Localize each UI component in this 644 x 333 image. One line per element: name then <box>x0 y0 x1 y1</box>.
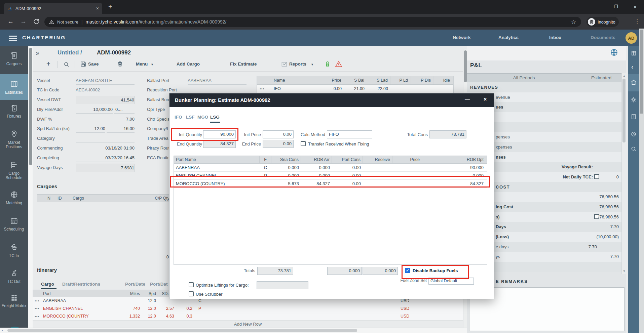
cell-f[interactable]: C <box>260 164 271 171</box>
reports-button[interactable]: Reports <box>289 61 306 67</box>
col-id[interactable]: ID <box>55 195 71 202</box>
cell-s-lad[interactable]: 22.00 <box>367 85 391 93</box>
lock-status-icon[interactable] <box>324 60 331 68</box>
cell-receive[interactable] <box>363 164 392 171</box>
fuel-grid-row-ifo[interactable]: ••• IFO 0.00 21.00 22.00 <box>257 85 453 93</box>
window-minimize-button[interactable]: — <box>595 4 599 9</box>
modal-header[interactable]: Bunker Planning: Estimate ADM-000992 — × <box>169 93 494 107</box>
row-handle[interactable]: ••• <box>257 85 271 93</box>
settings-gear-icon[interactable] <box>631 97 637 103</box>
col-all-periods[interactable]: All Periods <box>467 74 581 82</box>
col-price[interactable]: Price <box>392 156 422 163</box>
window-scrollbar[interactable] <box>639 29 644 333</box>
save-button[interactable]: Save <box>88 61 99 67</box>
col-rob-dpt[interactable]: ROB Dpt <box>422 156 486 163</box>
cell-spd[interactable]: 12.0 <box>142 313 158 320</box>
sidebar-item-matching[interactable]: Matching <box>0 190 28 205</box>
dwf-input[interactable]: 7.00 <box>76 115 135 123</box>
fix-estimate-button[interactable]: Fix Estimate <box>230 61 257 67</box>
modal-tab-mgo[interactable]: MGO <box>197 115 208 120</box>
row-handle[interactable]: ••• <box>33 313 41 320</box>
transfer-received-checkbox[interactable] <box>301 141 306 146</box>
new-tab-button[interactable]: + <box>108 3 112 11</box>
completing-input[interactable]: 03/23/20 16:45 <box>76 154 135 162</box>
col-s-bal[interactable]: S Bal <box>344 76 367 84</box>
nav-network[interactable]: Network <box>442 35 482 40</box>
col-cargo[interactable]: Cargo <box>71 195 145 202</box>
browser-menu-icon[interactable]: ⋮ <box>634 18 640 25</box>
col-spd[interactable]: Spd <box>142 290 158 297</box>
init-price-input[interactable]: 0.00 <box>263 130 294 138</box>
sidebar-item-scheduling[interactable]: Scheduling <box>0 216 28 232</box>
col-cp-qty[interactable]: C/P Qty <box>145 195 172 202</box>
horizontal-scrollbar[interactable]: ‹ <box>0 328 467 333</box>
col-price[interactable]: Price <box>314 76 344 84</box>
cell-port[interactable]: MOROCCO (COUNTRY <box>41 313 108 320</box>
sidebar-item-freight-matrix[interactable]: Freight Matrix <box>0 293 28 308</box>
sidebar-item-cargoes[interactable]: Cargoes <box>0 51 28 66</box>
forward-icon[interactable]: → <box>20 18 27 25</box>
modal-tab-ifo[interactable]: IFO <box>175 115 182 120</box>
col-p-dis[interactable]: P Dis <box>411 76 434 84</box>
cell-port[interactable]: ENGLISH CHANNEL <box>41 305 108 312</box>
col-idle[interactable]: Idle <box>434 76 453 84</box>
user-avatar[interactable]: AD <box>626 32 637 44</box>
bunker-row-aabenraa[interactable]: AABENRAA C 0.000 0.000 0.00 90.000 <box>174 164 487 172</box>
search-icon[interactable] <box>63 61 70 68</box>
validation-warning-icon[interactable] <box>335 60 342 68</box>
reload-icon[interactable] <box>33 18 40 25</box>
sidebar-item-tc-in[interactable]: TC In <box>0 243 28 258</box>
col-rob-arr[interactable]: ROB Arr <box>301 156 332 163</box>
window-close-button[interactable]: × <box>634 4 637 10</box>
vessel-input[interactable]: AEGEAN CASTLE <box>76 77 135 85</box>
globe-icon[interactable] <box>610 48 618 56</box>
col-s-lad[interactable]: S Lad <box>367 76 391 84</box>
modal-tab-lsf[interactable]: LSF <box>186 115 195 120</box>
menu-button[interactable]: Menu <box>136 61 148 67</box>
dly-hire-input[interactable]: 10,000.00 <box>76 106 113 114</box>
sidebar-item-cargo-schedule[interactable]: Cargo Schedule <box>0 161 28 180</box>
rail-item-home[interactable] <box>628 74 639 91</box>
tab-draft-restrictions[interactable]: Draft/Restrictions <box>62 282 100 287</box>
cell-name[interactable]: IFO <box>271 85 314 93</box>
grid-view-icon[interactable] <box>631 50 637 56</box>
cell-f[interactable] <box>194 313 204 320</box>
row-handle[interactable]: ••• <box>33 297 41 304</box>
modal-close-icon[interactable]: × <box>484 96 487 102</box>
tab-cargo[interactable]: Cargo <box>41 282 54 287</box>
delete-trash-icon[interactable] <box>117 61 123 67</box>
cell-sdays[interactable]: 4.63 <box>158 313 176 320</box>
col-f[interactable]: F <box>260 156 271 163</box>
optimize-cargo-input[interactable] <box>257 281 308 289</box>
collapse-rail-chevron-icon[interactable]: ‹ <box>631 63 633 71</box>
col-port-name[interactable]: Port Name <box>174 156 260 163</box>
modal-minimize-icon[interactable]: — <box>465 96 470 102</box>
save-icon[interactable] <box>80 61 86 67</box>
cell-miles[interactable] <box>108 297 142 304</box>
nav-analytics[interactable]: Analytics <box>488 35 529 40</box>
cell-port[interactable]: AABENRAA <box>41 297 108 304</box>
cell-miles[interactable]: 740 <box>108 305 142 312</box>
sidebar-item-fixtures[interactable]: Fixtures <box>0 103 28 119</box>
bookmark-star-icon[interactable]: ☆ <box>571 18 576 26</box>
cell-spd[interactable]: 12.0 <box>142 305 158 312</box>
collapse-panel-icon[interactable]: » <box>36 49 39 57</box>
cell-currency[interactable]: USD <box>399 313 411 320</box>
tc-in-code-input[interactable]: AECA-I0002 <box>76 86 135 94</box>
window-maximize-button[interactable]: ❐ <box>614 4 618 9</box>
row-handle[interactable]: ••• <box>33 305 41 312</box>
sidebar-item-tc-out[interactable]: TC Out <box>0 269 28 284</box>
cell-currency[interactable]: USD <box>399 305 411 312</box>
address-bar[interactable]: Not secure | master.tyche.veslink.com /#… <box>44 17 581 27</box>
pnl-scrollbar[interactable]: ▲ ▼ <box>621 73 626 274</box>
commencing-input[interactable]: 03/16/20 01:00 <box>76 144 135 152</box>
cell-sea-cons[interactable]: 0.000 <box>271 164 301 171</box>
browser-tab[interactable]: ADM-000992 × <box>4 3 102 14</box>
col-sea-cons[interactable]: Sea Cons <box>271 156 301 163</box>
cell-rob-arr[interactable]: 0.000 <box>301 164 332 171</box>
history-clock-icon[interactable] <box>631 131 637 137</box>
addr-input[interactable]: 0.... <box>114 106 135 114</box>
nav-inbox[interactable]: Inbox <box>535 35 575 40</box>
back-icon[interactable]: ← <box>7 18 14 25</box>
col-port-cons[interactable]: Port Cons <box>332 156 363 163</box>
